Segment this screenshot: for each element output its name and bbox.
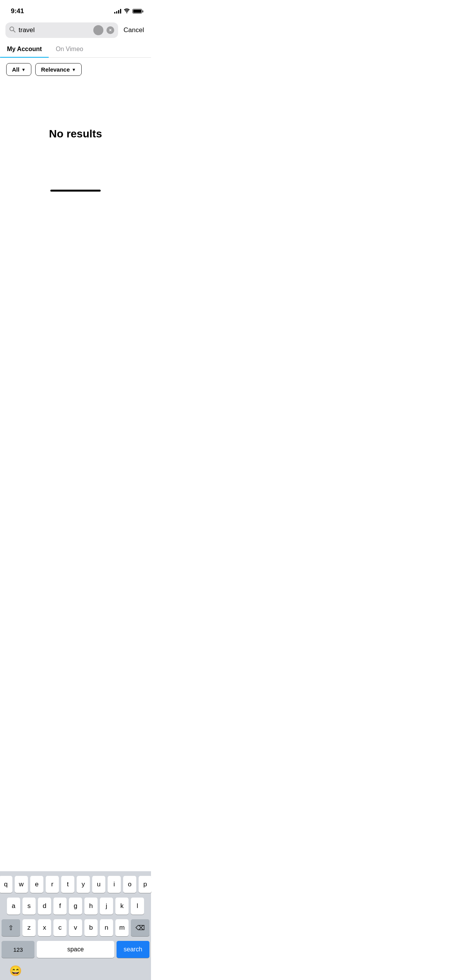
clear-button[interactable]: × (106, 26, 114, 34)
tab-active-underline (0, 57, 49, 58)
search-input-wrapper[interactable]: travel × (5, 22, 118, 38)
status-time: 9:41 (11, 7, 24, 15)
search-icon (9, 26, 15, 34)
cancel-button[interactable]: Cancel (122, 26, 146, 34)
status-bar: 9:41 (0, 0, 151, 19)
chevron-down-icon: ▼ (21, 67, 26, 72)
filter-row: All ▼ Relevance ▼ (0, 58, 151, 81)
tab-on-vimeo[interactable]: On Vimeo (49, 41, 90, 57)
all-filter-button[interactable]: All ▼ (6, 63, 31, 76)
wifi-icon (124, 8, 130, 14)
relevance-filter-button[interactable]: Relevance ▼ (35, 63, 82, 76)
status-icons (114, 8, 143, 14)
svg-line-2 (14, 31, 15, 33)
signal-icon (114, 9, 121, 14)
tabs-container: My Account On Vimeo (0, 41, 151, 58)
chevron-down-icon: ▼ (72, 67, 76, 72)
svg-point-0 (126, 12, 127, 14)
no-results-text: No results (49, 128, 102, 140)
voice-button[interactable] (93, 25, 103, 35)
search-input[interactable]: travel (19, 26, 90, 34)
tab-my-account[interactable]: My Account (0, 41, 49, 57)
battery-icon (132, 9, 143, 14)
home-bar (50, 190, 101, 192)
no-results-area: No results (0, 81, 151, 187)
search-bar-container: travel × Cancel (0, 19, 151, 41)
home-indicator (0, 187, 151, 193)
